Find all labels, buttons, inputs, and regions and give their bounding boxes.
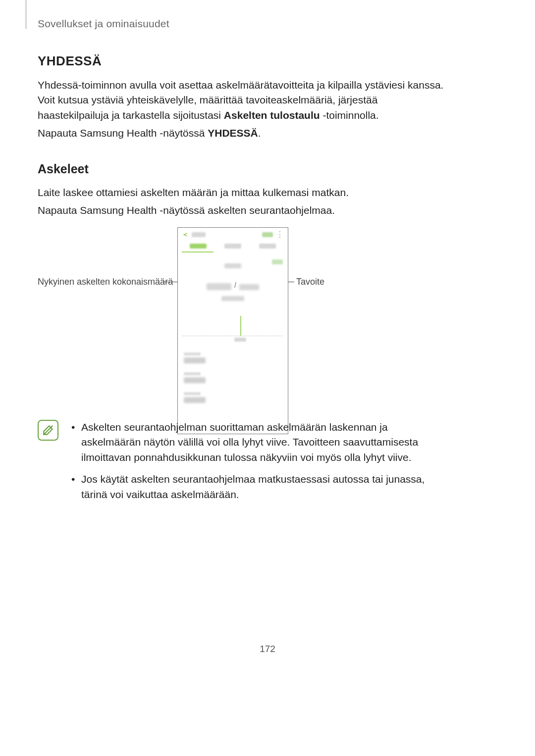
phone-current-count-placeholder: [207, 283, 231, 290]
diagram-step-tracker: Nykyinen askelten kokonaismäärä Tavoite …: [38, 227, 449, 440]
note-list: Askelten seurantaohjelman suorittaman as…: [69, 420, 449, 509]
text-fragment: -toiminnolla.: [320, 109, 379, 121]
chart-x-label-placeholder: [234, 338, 246, 342]
chart-baseline: [183, 336, 283, 336]
count-divider-slash: /: [234, 281, 236, 289]
phone-mockup-frame: ＜ ⋮ /: [177, 227, 288, 434]
phone-center-area: /: [178, 252, 288, 303]
callout-target-label: Tavoite: [296, 277, 324, 287]
note-bullet-2: Jos käytät askelten seurantaohjelmaa mat…: [69, 472, 449, 502]
paragraph-askeleet-2: Napauta Samsung Health -näytössä askelte…: [38, 203, 449, 218]
paragraph-askeleet-1: Laite laskee ottamiesi askelten määrän j…: [38, 185, 449, 200]
phone-tabs: [178, 240, 288, 249]
heading-yhdessa: YHDESSÄ: [38, 53, 449, 69]
paragraph-yhdessa-2: Napauta Samsung Health -näytössä YHDESSÄ…: [38, 126, 449, 141]
pencil-note-icon: [42, 424, 54, 437]
vertical-rule: [26, 0, 26, 29]
main-content: YHDESSÄ Yhdessä-toiminnon avulla voit as…: [38, 53, 449, 440]
stat-value-placeholder: [184, 377, 206, 383]
phone-tab-3[interactable]: [259, 244, 276, 249]
phone-chart: [183, 313, 283, 344]
phone-tab-1[interactable]: [190, 244, 207, 249]
phone-tab-2[interactable]: [224, 244, 241, 249]
phone-target-count-placeholder: [239, 284, 259, 290]
chart-peak-bar: [240, 316, 241, 336]
page-header: Sovellukset ja ominaisuudet: [38, 18, 169, 30]
phone-date-placeholder: [272, 259, 283, 264]
stat-value-placeholder: [184, 357, 206, 363]
stat-label-placeholder: [184, 372, 201, 375]
text-fragment: .: [258, 127, 261, 139]
paragraph-yhdessa-1: Yhdessä-toiminnon avulla voit asettaa as…: [38, 78, 449, 123]
list-item: [184, 372, 282, 383]
phone-action-placeholder: [262, 232, 273, 237]
note-icon: [38, 420, 58, 441]
note-block: Askelten seurantaohjelman suorittaman as…: [38, 420, 449, 509]
phone-title-placeholder: [192, 232, 206, 237]
phone-unit-placeholder: [221, 296, 244, 301]
heading-askeleet: Askeleet: [38, 162, 449, 176]
phone-small-label-placeholder: [224, 263, 241, 268]
stat-label-placeholder: [184, 353, 201, 355]
stat-value-placeholder: [184, 397, 206, 403]
more-options-icon[interactable]: ⋮: [276, 232, 284, 237]
text-bold-askelten-tulostaulu: Askelten tulostaulu: [224, 109, 320, 121]
phone-stat-list: [178, 344, 288, 403]
note-bullet-1: Askelten seurantaohjelman suorittaman as…: [69, 420, 449, 465]
phone-top-bar: ＜ ⋮: [178, 228, 288, 240]
list-item: [184, 392, 282, 403]
text-fragment: Napauta Samsung Health -näytössä: [38, 127, 208, 139]
stat-label-placeholder: [184, 392, 201, 395]
back-chevron-icon[interactable]: ＜: [182, 230, 189, 239]
list-item: [184, 353, 282, 363]
text-bold-yhdessa: YHDESSÄ: [208, 127, 258, 139]
page-number: 172: [0, 644, 535, 655]
callout-current-steps-label: Nykyinen askelten kokonaismäärä: [38, 277, 173, 287]
